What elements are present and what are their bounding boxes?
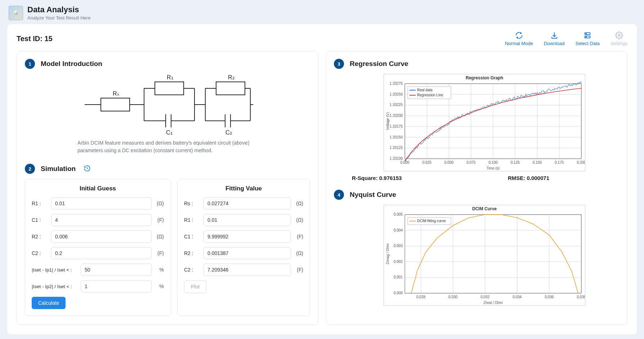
fitting-r1-input[interactable] <box>204 214 291 226</box>
initial-r2-input[interactable] <box>51 230 152 243</box>
fitting-r2-input[interactable] <box>204 247 291 259</box>
initial-guess-title: Initial Guess <box>32 185 164 192</box>
app-header: 📊 Data Analysis Analyze Your Test Result… <box>0 0 644 24</box>
gear-icon <box>615 31 623 39</box>
svg-text:0.075: 0.075 <box>466 160 475 164</box>
svg-point-4 <box>618 34 620 36</box>
section-4-badge: 4 <box>334 190 344 200</box>
regression-chart: Regression Graph0.0000.0250.0500.0750.10… <box>384 74 585 171</box>
initial-c2-input[interactable] <box>51 247 152 259</box>
svg-text:R₂: R₂ <box>228 74 234 80</box>
initial-tol1-input[interactable] <box>81 264 152 276</box>
select-data-icon <box>583 31 591 39</box>
svg-text:0.125: 0.125 <box>511 160 520 164</box>
svg-text:Regression Line: Regression Line <box>417 93 443 97</box>
history-icon[interactable] <box>84 165 91 173</box>
svg-text:1.33150: 1.33150 <box>390 135 403 139</box>
refresh-icon <box>515 31 523 39</box>
svg-text:DCIM Curve: DCIM Curve <box>472 206 497 211</box>
svg-text:Regression Graph: Regression Graph <box>466 75 503 80</box>
fitting-value-card: Fitting Value Rs : (Ω) R1 : (Ω) C1 : <box>177 179 310 316</box>
settings-button[interactable]: Settings <box>611 31 627 46</box>
section-1-title: Model Introduction <box>41 60 102 68</box>
svg-text:0.025: 0.025 <box>422 160 431 164</box>
section-1-badge: 1 <box>25 59 35 69</box>
svg-text:Voltage (V): Voltage (V) <box>386 112 390 130</box>
download-icon <box>550 31 558 39</box>
svg-text:R₁: R₁ <box>167 74 173 80</box>
svg-rect-91 <box>405 215 581 293</box>
circuit-diagram: Rₛ R₁ R₂ C₁ C₂ Arbin DCIM feature measur… <box>25 74 310 154</box>
svg-rect-20 <box>216 82 245 95</box>
fitting-c1-input[interactable] <box>204 230 291 243</box>
svg-text:0.175: 0.175 <box>555 160 564 164</box>
left-panel: 1 Model Introduction <box>17 51 318 325</box>
svg-text:1.33200: 1.33200 <box>390 114 403 118</box>
svg-text:0.001: 0.001 <box>394 275 403 279</box>
svg-text:1.33225: 1.33225 <box>390 103 403 107</box>
section-3-badge: 3 <box>334 59 344 69</box>
svg-text:0.032: 0.032 <box>480 295 489 299</box>
svg-text:C₁: C₁ <box>166 129 173 135</box>
topbar-actions: Normal Mode Download Select Data Setting… <box>505 31 627 46</box>
app-subtitle: Analyze Your Test Result Here <box>27 15 90 21</box>
svg-text:Zimag / Ohm: Zimag / Ohm <box>386 243 390 264</box>
svg-text:1.33100: 1.33100 <box>390 157 403 160</box>
svg-text:0.038: 0.038 <box>577 295 585 299</box>
circuit-description: Arbin DCIM feature measures and derives … <box>77 139 258 154</box>
svg-text:0.028: 0.028 <box>416 295 425 299</box>
svg-text:0.002: 0.002 <box>394 260 403 264</box>
svg-rect-10 <box>155 82 184 95</box>
svg-text:Real data: Real data <box>417 88 433 92</box>
right-panel: 3 Regression Curve Regression Graph0.000… <box>326 51 627 325</box>
section-2-badge: 2 <box>25 164 35 174</box>
fitting-c2-input[interactable] <box>204 264 291 276</box>
test-id-label: Test ID: 15 <box>17 35 53 43</box>
initial-r1-input[interactable] <box>51 197 152 210</box>
app-title: Data Analysis <box>27 5 90 14</box>
svg-text:C₂: C₂ <box>225 129 232 135</box>
svg-text:0.150: 0.150 <box>533 160 542 164</box>
svg-text:0.005: 0.005 <box>394 212 403 216</box>
initial-c1-input[interactable] <box>51 214 152 226</box>
svg-text:0.100: 0.100 <box>488 160 497 164</box>
initial-tol2-input[interactable] <box>81 280 152 292</box>
svg-text:DCIM fitting curve: DCIM fitting curve <box>417 219 446 223</box>
svg-point-3 <box>586 37 587 38</box>
svg-text:Time (s): Time (s) <box>487 166 500 170</box>
fitting-value-title: Fitting Value <box>184 185 303 192</box>
svg-text:1.33275: 1.33275 <box>390 82 403 85</box>
svg-text:0.050: 0.050 <box>444 160 453 164</box>
svg-text:1.33250: 1.33250 <box>390 92 403 96</box>
section-2-title: Simulation <box>41 165 76 173</box>
section-4-title: Nyquist Curve <box>350 191 396 199</box>
calculate-button[interactable]: Calculate <box>32 297 66 309</box>
initial-guess-card: Initial Guess R1 : (Ω) C1 : (F) R2 : <box>25 179 171 316</box>
svg-text:1.33175: 1.33175 <box>390 124 403 128</box>
normal-mode-button[interactable]: Normal Mode <box>505 31 533 46</box>
svg-line-34 <box>87 168 88 169</box>
download-button[interactable]: Download <box>544 31 565 46</box>
svg-text:0.030: 0.030 <box>448 295 457 299</box>
r-square-label: R-Square: 0.976153 <box>352 175 402 181</box>
select-data-button[interactable]: Select Data <box>576 31 600 46</box>
section-3-title: Regression Curve <box>350 60 408 68</box>
fitting-rs-input[interactable] <box>204 197 291 210</box>
svg-text:0.200: 0.200 <box>577 160 585 164</box>
svg-text:1.33125: 1.33125 <box>390 146 403 150</box>
svg-text:0.034: 0.034 <box>513 295 522 299</box>
svg-text:0.000: 0.000 <box>400 160 409 164</box>
svg-text:0.004: 0.004 <box>394 228 403 232</box>
nyquist-chart: DCIM Curve0.0280.0300.0320.0340.0360.038… <box>384 205 585 306</box>
svg-text:0.036: 0.036 <box>545 295 554 299</box>
svg-text:0.000: 0.000 <box>394 291 403 295</box>
app-logo-icon: 📊 <box>9 6 23 20</box>
svg-rect-6 <box>101 98 130 111</box>
svg-text:0.003: 0.003 <box>394 244 403 248</box>
svg-text:Zreal / Ohm: Zreal / Ohm <box>484 301 503 305</box>
svg-point-2 <box>586 34 587 34</box>
plot-button[interactable]: Plot <box>184 280 206 293</box>
svg-text:Rₛ: Rₛ <box>113 91 119 97</box>
rmse-label: RMSE: 0.000071 <box>508 175 549 181</box>
